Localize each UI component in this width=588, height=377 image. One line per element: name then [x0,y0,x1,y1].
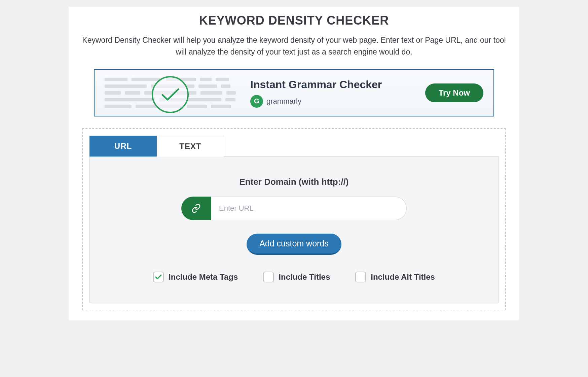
ad-graphic [105,78,250,108]
ad-skeleton-lines [105,78,236,108]
checkbox-label-meta: Include Meta Tags [169,272,238,282]
ad-banner[interactable]: Instant Grammar Checker G grammarly Try … [94,69,494,116]
main-container: KEYWORD DENSITY CHECKER Keyword Density … [69,7,519,320]
ad-text-block: Instant Grammar Checker G grammarly [250,78,425,108]
tab-content-url: Enter Domain (with http://) Add custom w… [89,156,499,303]
checkbox-item-meta: Include Meta Tags [153,272,238,282]
ad-try-now-button[interactable]: Try Now [425,83,483,102]
add-custom-words-button[interactable]: Add custom words [247,234,341,255]
checkbox-options: Include Meta Tags Include Titles Include… [103,272,485,282]
tab-url[interactable]: URL [89,136,157,157]
page-description: Keyword Density Checker will help you an… [79,34,509,58]
domain-label: Enter Domain (with http://) [103,177,485,187]
checkbox-label-alt: Include Alt Titles [371,272,435,282]
ad-brand-name: grammarly [266,97,301,106]
ad-brand: G grammarly [250,95,425,108]
checkbox-titles[interactable] [263,272,274,282]
ad-headline: Instant Grammar Checker [250,78,425,91]
url-input[interactable] [211,197,407,220]
page-title: KEYWORD DENSITY CHECKER [79,13,509,28]
input-area: URL TEXT Enter Domain (with http://) Add… [82,128,506,310]
checkmark-circle-icon [152,76,189,113]
url-input-group [181,197,407,220]
link-icon [181,197,211,220]
checkbox-alt-titles[interactable] [355,272,366,282]
grammarly-icon: G [250,95,263,108]
checkbox-label-titles: Include Titles [279,272,330,282]
checkbox-item-alt: Include Alt Titles [355,272,435,282]
tab-text[interactable]: TEXT [157,136,224,157]
checkbox-item-titles: Include Titles [263,272,330,282]
checkbox-meta-tags[interactable] [153,272,164,282]
tab-list: URL TEXT [89,136,499,157]
